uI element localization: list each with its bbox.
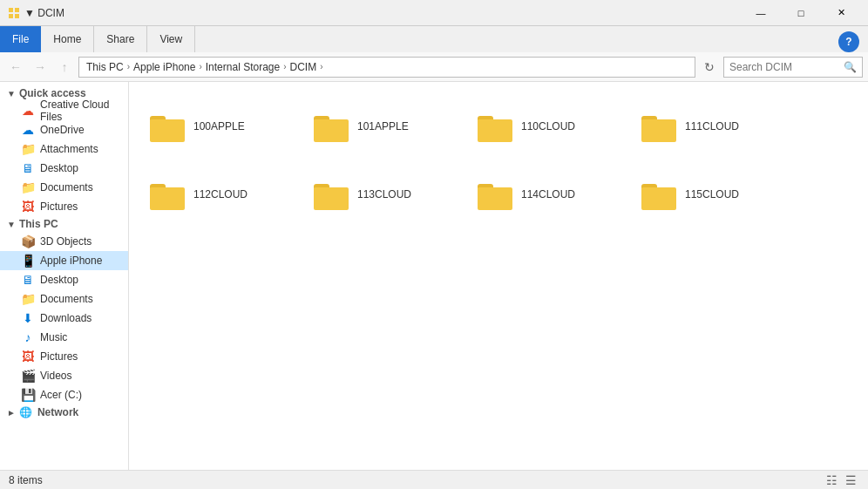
folder-icon-100apple <box>150 111 185 142</box>
svg-rect-1 <box>15 8 19 12</box>
path-this-pc[interactable]: This PC <box>86 61 124 73</box>
folder-icon-112cloud <box>150 179 185 210</box>
folder-111cloud[interactable]: 111CLOUD <box>634 96 791 157</box>
sidebar-label-desktop-quick: Desktop <box>40 162 78 174</box>
path-arrow-3: › <box>283 62 286 71</box>
sidebar-item-pictures-quick[interactable]: 🖼 Pictures <box>0 197 128 216</box>
acer-icon: 💾 <box>21 388 35 402</box>
content-area: 100APPLE 101APPLE 110CLOUD <box>129 82 868 470</box>
sidebar-label-attachments: Attachments <box>40 143 98 155</box>
folder-name-112cloud: 112CLOUD <box>193 188 248 200</box>
svg-rect-17 <box>478 187 512 210</box>
folder-name-114cloud: 114CLOUD <box>521 188 575 200</box>
attachments-icon: 📁 <box>21 142 35 156</box>
path-arrow-1: › <box>127 62 130 71</box>
sidebar-item-documents[interactable]: 📁 Documents <box>0 289 128 309</box>
path-arrow-4: › <box>320 62 322 71</box>
sidebar-label-apple-iphone: Apple iPhone <box>40 255 102 267</box>
status-bar: 8 items ☷ ☰ <box>0 470 868 489</box>
close-button[interactable]: ✕ <box>821 0 861 26</box>
folder-101apple[interactable]: 101APPLE <box>307 96 464 157</box>
search-box[interactable]: 🔍 <box>723 57 863 78</box>
folder-115cloud[interactable]: 115CLOUD <box>634 164 791 225</box>
folder-name-111cloud: 111CLOUD <box>685 120 739 132</box>
path-dcim[interactable]: DCIM <box>290 61 317 73</box>
folder-name-115cloud: 115CLOUD <box>685 188 739 200</box>
path-internal-storage[interactable]: Internal Storage <box>206 61 280 73</box>
apple-iphone-icon: 📱 <box>21 254 35 268</box>
maximize-button[interactable]: □ <box>781 0 821 26</box>
folder-113cloud[interactable]: 113CLOUD <box>307 164 464 225</box>
sidebar-item-creative-cloud[interactable]: ☁ Creative Cloud Files <box>0 101 128 120</box>
ribbon-tabs: Home Share View ? <box>41 26 868 52</box>
status-item-count: 8 items <box>9 474 43 486</box>
svg-rect-3 <box>15 14 19 18</box>
svg-rect-7 <box>314 119 349 142</box>
sidebar-item-downloads[interactable]: ⬇ Downloads <box>0 309 128 328</box>
tab-view[interactable]: View <box>147 26 195 52</box>
music-icon: ♪ <box>21 330 35 344</box>
svg-rect-5 <box>150 119 185 142</box>
up-button[interactable]: ↑ <box>54 57 75 78</box>
quick-access-label: Quick access <box>19 87 86 99</box>
videos-icon: 🎬 <box>21 369 35 383</box>
quick-access-arrow: ▼ <box>7 89 16 98</box>
this-pc-header[interactable]: ▼ This PC <box>0 216 128 232</box>
network-icon: 🌐 <box>19 406 32 418</box>
search-input[interactable] <box>729 61 844 73</box>
desktop-quick-icon: 🖥 <box>21 161 35 175</box>
sidebar-item-pictures[interactable]: 🖼 Pictures <box>0 347 128 366</box>
forward-button[interactable]: → <box>30 57 51 78</box>
svg-rect-15 <box>314 187 349 210</box>
sidebar-label-videos: Videos <box>40 370 71 382</box>
sidebar-label-creative-cloud: Creative Cloud Files <box>40 98 121 123</box>
documents-quick-icon: 📁 <box>21 180 35 194</box>
minimize-button[interactable]: — <box>741 0 781 26</box>
refresh-button[interactable]: ↻ <box>699 57 720 78</box>
sidebar-item-desktop-quick[interactable]: 🖥 Desktop <box>0 159 128 178</box>
file-menu-button[interactable]: File <box>0 26 41 52</box>
3dobjects-icon: 📦 <box>21 234 35 248</box>
folder-112cloud[interactable]: 112CLOUD <box>143 164 300 225</box>
network-header[interactable]: ► 🌐 Network <box>0 404 128 420</box>
onedrive-icon: ☁ <box>21 123 35 137</box>
svg-rect-9 <box>478 119 512 142</box>
ribbon: File Home Share View ? <box>0 26 868 52</box>
folder-name-110cloud: 110CLOUD <box>521 120 575 132</box>
address-path[interactable]: This PC › Apple iPhone › Internal Storag… <box>78 57 695 78</box>
folder-114cloud[interactable]: 114CLOUD <box>471 164 627 225</box>
sidebar-label-documents: Documents <box>40 293 93 305</box>
window-title: ▼ DCIM <box>24 7 741 19</box>
sidebar-item-apple-iphone[interactable]: 📱 Apple iPhone <box>0 251 128 270</box>
folder-icon-114cloud <box>478 179 512 210</box>
folder-100apple[interactable]: 100APPLE <box>143 96 300 157</box>
large-icons-view-button[interactable]: ☷ <box>823 472 840 488</box>
sidebar-label-3dobjects: 3D Objects <box>40 235 92 248</box>
back-button[interactable]: ← <box>5 57 26 78</box>
sidebar-item-acer[interactable]: 💾 Acer (C:) <box>0 385 128 404</box>
sidebar-item-documents-quick[interactable]: 📁 Documents <box>0 178 128 197</box>
folder-name-101apple: 101APPLE <box>357 120 409 132</box>
path-arrow-2: › <box>199 62 201 71</box>
path-apple-iphone[interactable]: Apple iPhone <box>133 61 195 73</box>
sidebar: ▼ Quick access ☁ Creative Cloud Files ☁ … <box>0 82 129 470</box>
svg-rect-11 <box>641 119 676 142</box>
sidebar-item-videos[interactable]: 🎬 Videos <box>0 366 128 385</box>
sidebar-label-music: Music <box>40 331 67 343</box>
pictures-icon: 🖼 <box>21 350 35 363</box>
sidebar-item-onedrive[interactable]: ☁ OneDrive <box>0 120 128 139</box>
tab-home[interactable]: Home <box>41 26 94 52</box>
sidebar-item-attachments[interactable]: 📁 Attachments <box>0 139 128 159</box>
sidebar-item-desktop[interactable]: 🖥 Desktop <box>0 270 128 289</box>
folder-110cloud[interactable]: 110CLOUD <box>471 96 627 157</box>
network-label: Network <box>37 406 78 418</box>
sidebar-item-music[interactable]: ♪ Music <box>0 328 128 347</box>
sidebar-label-pictures-quick: Pictures <box>40 200 78 213</box>
tab-share[interactable]: Share <box>94 26 147 52</box>
sidebar-label-documents-quick: Documents <box>40 181 93 194</box>
sidebar-item-3dobjects[interactable]: 📦 3D Objects <box>0 232 128 251</box>
details-view-button[interactable]: ☰ <box>842 472 859 488</box>
documents-icon: 📁 <box>21 292 35 306</box>
this-pc-arrow: ▼ <box>7 220 16 229</box>
help-button[interactable]: ? <box>838 31 859 52</box>
